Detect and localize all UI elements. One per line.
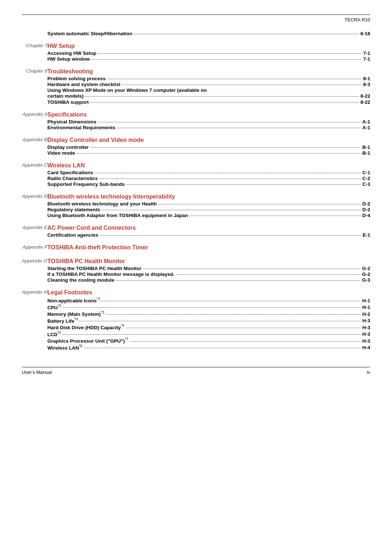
entry-dots: [126, 328, 361, 328]
entry-text: Environmental Requirements: [48, 125, 116, 130]
entry-text: HW Setup window: [48, 56, 90, 62]
entry-dots: [91, 59, 362, 60]
entry-page: 7-1: [363, 50, 370, 56]
entry-dots: [90, 102, 359, 103]
toc-entry: CPU*2H-1: [48, 304, 370, 310]
entry-dots: [85, 96, 359, 97]
chapter-title[interactable]: TOSHIBA Anti-theft Protection Timer: [48, 244, 148, 251]
entry-page: C-2: [362, 176, 370, 181]
chapter-title[interactable]: Wireless LAN: [48, 162, 85, 169]
entry-text: Non-applicable Icons*1: [48, 297, 100, 303]
entry-page: 8-22: [360, 99, 370, 105]
section-content: Display Controller and Video modeDisplay…: [48, 136, 370, 162]
toc-entry: Memory (Main System)*3H-2: [48, 310, 370, 317]
section-label: Appendix F: [22, 244, 48, 257]
toc-entry: If a TOSHIBA PC Health Monitor message i…: [48, 272, 370, 277]
toc-section: Appendix FTOSHIBA Anti-theft Protection …: [22, 244, 370, 257]
entry-page: 6-18: [360, 31, 370, 36]
entry-dots: [102, 210, 361, 210]
entry-page: G-3: [362, 277, 370, 283]
entry-page: C-3: [362, 181, 370, 187]
footer-rule: [22, 367, 370, 367]
toc-entry-line2: certain models)8-22: [48, 93, 370, 99]
entry-dots: [106, 314, 361, 315]
entry-page: H-3: [362, 318, 370, 323]
section-label: Appendix B: [22, 136, 48, 162]
chapter-title[interactable]: Bluetooth wireless technology Interopera…: [48, 193, 175, 200]
entry-text: TOSHIBA support: [48, 99, 89, 105]
entry-dots: [189, 216, 361, 216]
section-content: SpecificationsPhysical DimensionsA-1Envi…: [48, 111, 370, 136]
entry-dots: [79, 321, 361, 321]
toc-section: Chapter 8TroubleshootingProblem solving …: [22, 68, 370, 111]
entry-text: LCD*6: [48, 331, 61, 337]
entry-page: D-2: [362, 201, 370, 207]
toc-section: Appendix DBluetooth wireless technology …: [22, 193, 370, 224]
toc-entry: LCD*6H-3: [48, 331, 370, 337]
entry-page: 8-22: [360, 93, 370, 99]
chapter-title[interactable]: Specifications: [48, 111, 87, 118]
entry-text: Regulatory statements: [48, 207, 101, 212]
toc-entry: Card SpecificationsC-1: [48, 170, 370, 175]
chapter-title[interactable]: Legal Footnotes: [48, 289, 93, 296]
entry-dots: [98, 122, 361, 122]
entry-dots: [90, 147, 361, 148]
entry-text: Cleaning the cooling module: [48, 277, 115, 283]
section-content: HW SetupAccessing HW Setup7-1HW Setup wi…: [48, 42, 370, 68]
toc-entry: Non-applicable Icons*1H-1: [48, 297, 370, 303]
section-content: Bluetooth wireless technology Interopera…: [48, 193, 370, 224]
entry-dots: [126, 184, 361, 185]
entry-page: B-1: [362, 144, 370, 150]
entry-dots: [102, 301, 361, 301]
entry-text: Hard Disk Drive (HDD) Capacity*5: [48, 324, 124, 330]
section-content: System automatic Sleep/Hibernation6-18: [48, 30, 370, 42]
entry-page: D-2: [362, 207, 370, 212]
chapter-title[interactable]: Troubleshooting: [48, 68, 93, 75]
entry-dots: [100, 235, 361, 236]
toc-entry: Graphics Processor Unit ("GPU")*7H-3: [48, 337, 370, 344]
section-content: TroubleshootingProblem solving process8-…: [48, 68, 370, 111]
section-content: AC Power Cord and ConnectorsCertificatio…: [48, 224, 370, 244]
entry-page: H-3: [362, 325, 370, 330]
toc-entry: Environmental RequirementsA-1: [48, 125, 370, 130]
chapter-title[interactable]: AC Power Cord and Connectors: [48, 225, 136, 231]
entry-text: Accessing HW Setup: [48, 50, 97, 56]
toc-entry: Supported Frequency Sub-bandsC-3: [48, 181, 370, 187]
entry-text: If a TOSHIBA PC Health Monitor message i…: [48, 272, 175, 277]
toc-entry: Using Bluetooth Adaptor from TOSHIBA equ…: [48, 213, 370, 218]
toc-entry: System automatic Sleep/Hibernation6-18: [48, 31, 370, 36]
chapter-title[interactable]: TOSHIBA PC Health Monitor: [48, 258, 125, 265]
entry-text: Starting the TOSHIBA PC Health Monitor: [48, 266, 142, 271]
entry-page: H-3: [362, 338, 370, 344]
entry-page: B-1: [362, 150, 370, 156]
entry-dots: [98, 53, 362, 54]
entry-page: H-1: [362, 298, 370, 303]
entry-page: 8-1: [363, 76, 370, 81]
toc-entry: Accessing HW Setup7-1: [48, 50, 370, 56]
entry-text: Problem solving process: [48, 76, 106, 81]
footer-right: iv: [367, 370, 370, 375]
toc-entry: Certification agenciesE-1: [48, 232, 370, 238]
toc-entry: Starting the TOSHIBA PC Health MonitorG-…: [48, 266, 370, 271]
entry-text: Bluetooth wireless technology and your H…: [48, 201, 157, 207]
chapter-title[interactable]: Display Controller and Video mode: [48, 137, 144, 143]
entry-page: 8-3: [363, 82, 370, 87]
entry-dots: [134, 34, 359, 34]
section-label: Appendix E: [22, 224, 48, 244]
entry-dots: [117, 128, 361, 128]
chapter-title[interactable]: HW Setup: [48, 43, 75, 49]
section-label: Appendix A: [22, 111, 48, 136]
section-label: Appendix G: [22, 257, 48, 289]
entry-page: H-2: [362, 311, 370, 317]
section-label: Appendix C: [22, 162, 48, 193]
toc-section: Appendix GTOSHIBA PC Health MonitorStart…: [22, 257, 370, 289]
entry-text: System automatic Sleep/Hibernation: [48, 31, 132, 36]
entry-dots: [62, 334, 361, 335]
toc-section: Appendix EAC Power Cord and ConnectorsCe…: [22, 224, 370, 244]
entry-dots: [63, 307, 361, 308]
section-content: Wireless LANCard SpecificationsC-1Radio …: [48, 162, 370, 193]
entry-dots: [116, 280, 360, 281]
entry-dots: [95, 173, 361, 173]
toc-entry: HW Setup window7-1: [48, 56, 370, 62]
page: TECRA R10 System automatic Sleep/Hiberna…: [0, 0, 392, 555]
